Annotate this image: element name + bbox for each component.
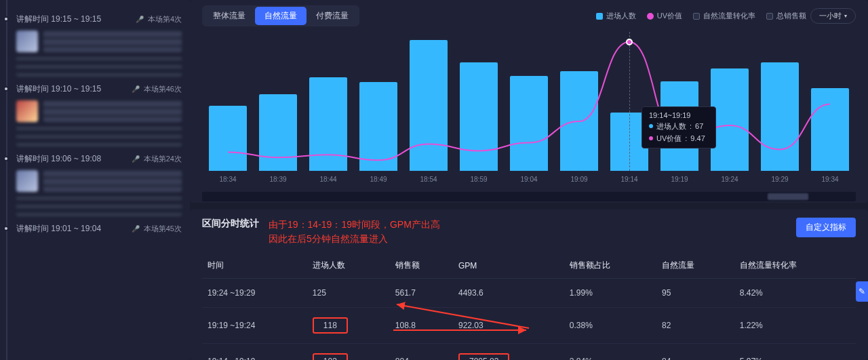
legend-uv-value[interactable]: UV价值 xyxy=(647,11,682,21)
cell-visitors: 125 xyxy=(307,279,390,308)
chart-bar[interactable]: 19:09 xyxy=(560,71,598,171)
chart-bar[interactable]: 18:44 xyxy=(309,77,347,171)
pencil-icon: ✎ xyxy=(859,287,865,296)
tooltip-range: 19:14~19:19 xyxy=(649,111,709,119)
cell-organic: 82 xyxy=(656,308,734,344)
mic-icon: 🎤 xyxy=(132,155,140,163)
traffic-tabs: 整体流量 自然流量 付费流量 xyxy=(202,5,359,26)
column-header[interactable]: 时间 xyxy=(202,253,307,279)
cell-share: 2.84% xyxy=(564,344,656,361)
cell-time: 19:14 ~19:19 xyxy=(202,344,307,361)
chart-bar[interactable]: 18:39 xyxy=(259,94,297,171)
chart-bar[interactable]: 18:54 xyxy=(410,40,448,171)
legend-total-sales[interactable]: 总销售额 xyxy=(766,11,806,21)
interval-stats-panel: 区间分时统计 由于19：14-19：19时间段，GPM产出高 因此在后5分钟自然… xyxy=(190,209,868,360)
tab-paid[interactable]: 付费流量 xyxy=(307,7,358,25)
tab-organic[interactable]: 自然流量 xyxy=(255,7,307,25)
mic-icon: 🎤 xyxy=(132,85,140,93)
cell-sales: 561.7 xyxy=(390,279,453,308)
column-header[interactable]: 销售额占比 xyxy=(564,253,656,279)
traffic-chart-panel: 整体流量 自然流量 付费流量 进场人数 UV价值 自然流量转化率 总销售额 一小… xyxy=(190,0,868,203)
cell-sales: 108.8 xyxy=(390,308,453,344)
cell-organic: 95 xyxy=(656,279,734,308)
chart-tooltip: 19:14~19:19 进场人数 : 67 UV价值 : 9.47 xyxy=(642,106,716,148)
cell-share: 1.99% xyxy=(564,279,656,308)
custom-metrics-button[interactable]: 自定义指标 xyxy=(796,218,856,237)
column-header[interactable]: 销售额 xyxy=(390,253,453,279)
cell-time: 19:24 ~19:29 xyxy=(202,279,307,308)
interval-stats-table: 时间进场人数销售额GPM销售额占比自然流量自然流量转化率 19:24 ~19:2… xyxy=(202,253,856,360)
table-row[interactable]: 19:24 ~19:29125561.74493.61.99%958.42% xyxy=(202,279,856,308)
column-header[interactable]: GPM xyxy=(453,253,564,279)
table-title: 区间分时统计 xyxy=(202,218,259,230)
segment-item[interactable]: 讲解时间 19:10 ~ 19:15🎤本场第46次 xyxy=(7,83,182,146)
cell-visitors: 103 xyxy=(307,344,390,361)
cell-cvr: 5.97% xyxy=(734,344,856,361)
cell-sales: 804 xyxy=(390,344,453,361)
side-drawer-toggle[interactable]: ✎ xyxy=(856,281,868,302)
mic-icon: 🎤 xyxy=(132,225,140,233)
column-header[interactable]: 自然流量转化率 xyxy=(734,253,856,279)
time-scrubber[interactable] xyxy=(202,192,856,201)
table-row[interactable]: 19:14 ~19:191038047805.832.84%845.97% xyxy=(202,344,856,361)
annotation-text: 由于19：14-19：19时间段，GPM产出高 因此在后5分钟自然流量进入 xyxy=(269,218,440,246)
chart-bar[interactable]: 18:49 xyxy=(359,82,397,171)
chart-bar[interactable]: 19:04 xyxy=(510,76,548,171)
legend-organic-cvr[interactable]: 自然流量转化率 xyxy=(693,11,755,21)
granularity-select[interactable]: 一小时 ▾ xyxy=(810,8,856,24)
cell-cvr: 8.42% xyxy=(734,279,856,308)
cell-gpm: 7805.83 xyxy=(453,344,564,361)
segment-item[interactable]: 讲解时间 19:15 ~ 19:15🎤本场第4次 xyxy=(7,14,182,77)
cell-time: 19:19 ~19:24 xyxy=(202,308,307,344)
chart-bar[interactable]: 19:24 xyxy=(711,68,749,171)
cell-organic: 84 xyxy=(656,344,734,361)
chart-area[interactable]: 18:3418:3918:4418:4918:5418:5919:0419:09… xyxy=(202,32,856,188)
chart-legend: 进场人数 UV价值 自然流量转化率 总销售额 xyxy=(596,11,806,21)
column-header[interactable]: 进场人数 xyxy=(307,253,390,279)
segment-item[interactable]: 讲解时间 19:01 ~ 19:04🎤本场第45次 xyxy=(7,223,182,235)
chart-bar[interactable]: 18:59 xyxy=(460,62,498,171)
chart-bar[interactable]: 18:34 xyxy=(209,106,247,171)
tab-overall[interactable]: 整体流量 xyxy=(203,7,255,25)
mic-icon: 🎤 xyxy=(136,16,144,23)
cell-gpm: 4493.6 xyxy=(453,279,564,308)
commentary-sidebar: 讲解时间 19:15 ~ 19:15🎤本场第4次讲解时间 19:10 ~ 19:… xyxy=(0,0,190,360)
cell-cvr: 1.22% xyxy=(734,308,856,344)
main-content: 整体流量 自然流量 付费流量 进场人数 UV价值 自然流量转化率 总销售额 一小… xyxy=(190,0,868,360)
chart-bar[interactable]: 19:29 xyxy=(761,62,799,171)
column-header[interactable]: 自然流量 xyxy=(656,253,734,279)
chevron-down-icon: ▾ xyxy=(844,13,847,19)
legend-visitors[interactable]: 进场人数 xyxy=(596,11,636,21)
cell-gpm: 922.03 xyxy=(453,308,564,344)
cell-visitors: 118 xyxy=(307,308,390,344)
cell-share: 0.38% xyxy=(564,308,656,344)
table-row[interactable]: 19:19 ~19:24118108.8922.030.38%821.22% xyxy=(202,308,856,344)
segment-item[interactable]: 讲解时间 19:06 ~ 19:08🎤本场第24次 xyxy=(7,153,182,216)
chart-bar[interactable]: 19:34 xyxy=(811,88,849,171)
